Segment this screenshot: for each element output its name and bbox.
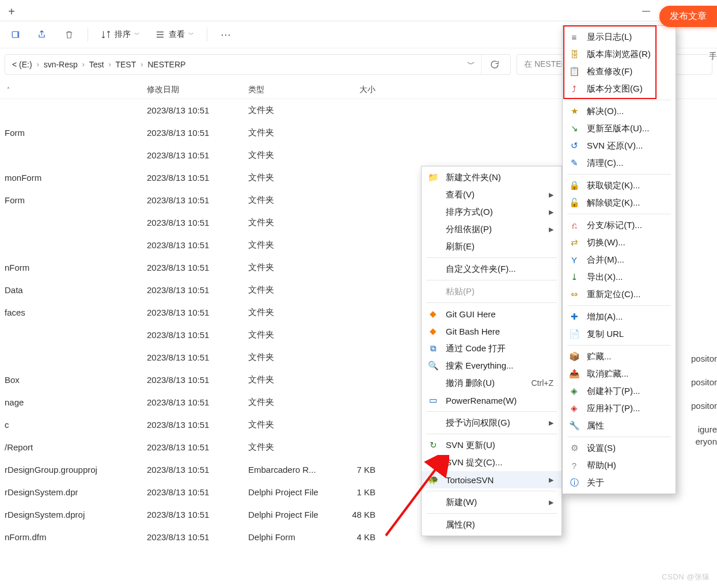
menu-item[interactable]: ⤓导出(X)... bbox=[563, 268, 676, 286]
⧉-icon: ⧉ bbox=[427, 343, 439, 354]
menu-item[interactable]: ◈应用补丁(P)... bbox=[563, 400, 676, 417]
menu-item-label: 应用补丁(P)... bbox=[587, 403, 667, 414]
chevron-right-icon: › bbox=[36, 60, 40, 69]
file-type: 文件夹 bbox=[244, 172, 328, 183]
menu-item[interactable]: Y合并(M)... bbox=[563, 251, 676, 268]
chevron-right-icon: › bbox=[107, 60, 112, 69]
menu-item[interactable]: 分组依据(P)▶ bbox=[422, 221, 562, 238]
breadcrumb[interactable]: < (E:)› svn-Resp› Test› TEST› NESTERP ﹀ bbox=[5, 54, 511, 75]
menu-item[interactable]: ⇄切换(W)... bbox=[563, 234, 676, 251]
menu-item[interactable]: 📤取消贮藏... bbox=[563, 365, 676, 382]
file-date: 2023/8/13 10:51 bbox=[142, 105, 244, 115]
menu-item-label: SVN 提交(C)... bbox=[446, 457, 553, 468]
menu-item[interactable]: ≡显示日志(L) bbox=[563, 28, 676, 45]
🗄-icon: 🗄 bbox=[568, 48, 580, 60]
menu-item[interactable]: ⎌分支/标记(T)... bbox=[563, 217, 676, 234]
menu-item-label: 通过 Code 打开 bbox=[446, 343, 553, 354]
◈-icon: ◈ bbox=[568, 385, 580, 397]
📦-icon: 📦 bbox=[568, 351, 580, 362]
menu-item[interactable]: 🔓解除锁定(K)... bbox=[563, 194, 676, 211]
menu-item[interactable]: ⚙设置(S) bbox=[563, 439, 676, 457]
menu-item[interactable]: ↻SVN 更新(U) bbox=[422, 437, 562, 454]
crumb-1[interactable]: svn-Resp bbox=[40, 60, 81, 69]
col-type[interactable]: 类型 bbox=[244, 85, 328, 95]
crumb-0[interactable]: < (E:) bbox=[9, 60, 36, 69]
menu-item[interactable]: 🔒获取锁定(K)... bbox=[563, 177, 676, 194]
◈-icon: ◈ bbox=[568, 403, 580, 414]
file-date: 2023/8/13 10:51 bbox=[142, 420, 244, 430]
file-date: 2023/8/13 10:51 bbox=[142, 285, 244, 295]
🔓-icon: 🔓 bbox=[568, 197, 580, 208]
menu-item[interactable]: ↘更新至版本(U)... bbox=[563, 120, 676, 137]
rename-icon[interactable] bbox=[5, 24, 28, 45]
menu-item[interactable]: ✎清理(C)... bbox=[563, 154, 676, 172]
🔒-icon: 🔒 bbox=[568, 180, 580, 191]
menu-item[interactable]: ⇔重新定位(C)... bbox=[563, 286, 676, 303]
crumb-4[interactable]: NESTERP bbox=[144, 60, 189, 69]
menu-item[interactable]: 📦贮藏... bbox=[563, 348, 676, 365]
menu-item[interactable]: ★解决(O)... bbox=[563, 103, 676, 120]
menu-item[interactable]: 🗄版本库浏览器(R) bbox=[563, 45, 676, 63]
menu-item[interactable]: 🔍搜索 Everything... bbox=[422, 357, 562, 374]
crumb-2[interactable]: Test bbox=[86, 60, 108, 69]
menu-item[interactable]: ?帮助(H) bbox=[563, 457, 676, 474]
menu-item-label: 分组依据(P) bbox=[446, 224, 530, 235]
menu-item[interactable]: ◆Git Bash Here bbox=[422, 323, 562, 340]
sort-dropdown[interactable]: 排序 ﹀ bbox=[95, 24, 146, 45]
file-date: 2023/8/13 10:51 bbox=[142, 195, 244, 205]
★-icon: ★ bbox=[568, 105, 580, 117]
menu-separator bbox=[567, 100, 671, 100]
context-menu-tortoisesvn: ≡显示日志(L)🗄版本库浏览器(R)📋检查修改(F)⤴版本分支图(G)★解决(O… bbox=[562, 25, 676, 494]
menu-item[interactable]: ↻SVN 提交(C)... bbox=[422, 454, 562, 471]
menu-item[interactable]: ⤴版本分支图(G) bbox=[563, 80, 676, 97]
col-name[interactable]: ˄ bbox=[0, 86, 142, 93]
menu-item-label: 撤消 删除(U) bbox=[446, 378, 514, 389]
file-name: Form bbox=[0, 195, 142, 205]
⤴-icon: ⤴ bbox=[568, 83, 580, 94]
menu-item[interactable]: 刷新(E) bbox=[422, 238, 562, 255]
menu-item[interactable]: 撤消 删除(U)Ctrl+Z bbox=[422, 374, 562, 392]
file-name: Form bbox=[0, 128, 142, 138]
more-button[interactable]: ⋯ bbox=[214, 24, 237, 45]
menu-item-label: 导出(X)... bbox=[587, 272, 667, 283]
file-size: 1 KB bbox=[328, 487, 380, 497]
menu-item[interactable]: 属性(R) bbox=[422, 516, 562, 533]
menu-item[interactable]: 📄复制 URL bbox=[563, 325, 676, 343]
menu-item[interactable]: 📋检查修改(F) bbox=[563, 63, 676, 80]
menu-item[interactable]: ⓘ关于 bbox=[563, 474, 676, 491]
menu-item[interactable]: 自定义文件夹(F)... bbox=[422, 260, 562, 278]
refresh-button[interactable] bbox=[481, 55, 507, 74]
table-row[interactable]: rDesignSystem.dproj 2023/8/13 10:51 Delp… bbox=[0, 503, 717, 526]
menu-item[interactable]: ↺SVN 还原(V)... bbox=[563, 137, 676, 154]
menu-item[interactable]: 📁新建文件夹(N) bbox=[422, 169, 562, 186]
menu-item[interactable]: ⧉通过 Code 打开 bbox=[422, 340, 562, 357]
menu-item[interactable]: ✚增加(A)... bbox=[563, 308, 676, 325]
table-row[interactable]: nForm.dfm 2023/8/13 10:51 Delphi Form 4 … bbox=[0, 526, 717, 548]
blank-icon bbox=[427, 377, 439, 389]
menu-item[interactable]: ▭PowerRename(W) bbox=[422, 392, 562, 409]
delete-icon[interactable] bbox=[58, 24, 81, 45]
view-dropdown[interactable]: 查看 ﹀ bbox=[149, 24, 200, 45]
col-size[interactable]: 大小 bbox=[328, 85, 380, 95]
new-tab-button[interactable]: + bbox=[3, 3, 20, 20]
menu-item-label: 刷新(E) bbox=[446, 241, 553, 252]
publish-article-button[interactable]: 发布文章 bbox=[659, 6, 717, 27]
minimize-button[interactable]: — bbox=[633, 1, 659, 20]
menu-item-label: 搜索 Everything... bbox=[446, 361, 553, 371]
crumb-3[interactable]: TEST bbox=[112, 60, 139, 69]
col-date[interactable]: 修改日期 bbox=[142, 85, 244, 95]
menu-item[interactable]: ◈创建补丁(P)... bbox=[563, 382, 676, 400]
menu-item[interactable]: 授予访问权限(G)▶ bbox=[422, 414, 562, 431]
✎-icon: ✎ bbox=[568, 157, 580, 169]
address-dropdown-chevron[interactable]: ﹀ bbox=[461, 59, 481, 70]
menu-item-label: SVN 更新(U) bbox=[446, 440, 553, 451]
share-icon[interactable] bbox=[31, 24, 54, 45]
menu-item[interactable]: 查看(V)▶ bbox=[422, 186, 562, 203]
menu-item[interactable]: 排序方式(O)▶ bbox=[422, 203, 562, 221]
menu-item[interactable]: 🐢TortoiseSVN▶ bbox=[422, 471, 562, 488]
separator bbox=[207, 28, 207, 41]
menu-separator bbox=[567, 305, 671, 306]
menu-item[interactable]: ◆Git GUI Here bbox=[422, 305, 562, 323]
menu-item[interactable]: 🔧属性 bbox=[563, 417, 676, 434]
menu-item[interactable]: 新建(W)▶ bbox=[422, 494, 562, 511]
